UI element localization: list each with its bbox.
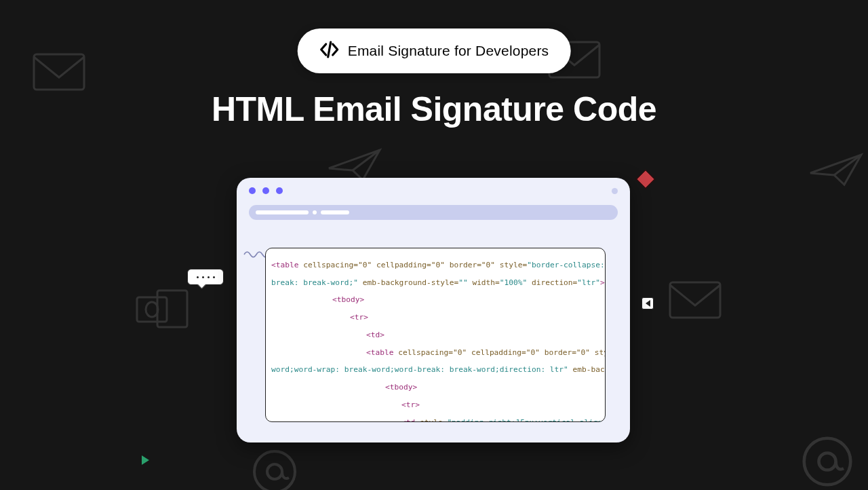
svg-point-5 <box>146 302 158 317</box>
code-line-6: <table cellspacing="0" cellpadding="0" b… <box>271 349 599 358</box>
traffic-dot-3 <box>276 187 283 194</box>
accent-triangle-green <box>142 455 149 465</box>
svg-point-8 <box>804 438 851 485</box>
browser-window: <table cellspacing="0" cellpadding="0" b… <box>237 178 630 442</box>
code-line-2: break: break-word;" emb-background-style… <box>271 279 599 288</box>
header-pill: Email Signature for Developers <box>298 29 571 73</box>
code-line-4: <tr> <box>271 314 599 322</box>
accent-typing-bubble <box>187 269 224 285</box>
address-seg-dot <box>313 210 317 214</box>
code-line-1: <table cellspacing="0" cellpadding="0" b… <box>271 261 599 270</box>
page-headline: HTML Email Signature Code <box>212 90 656 129</box>
code-line-10: <td style="padding-right:15px;vertical-a… <box>271 419 599 422</box>
accent-diamond <box>636 170 655 189</box>
browser-titlebar <box>237 178 630 220</box>
address-seg-1 <box>256 210 309 214</box>
traffic-dot-1 <box>249 187 256 194</box>
svg-point-7 <box>267 464 282 479</box>
svg-rect-0 <box>34 54 84 90</box>
accent-play-badge <box>642 297 654 309</box>
header-pill-text: Email Signature for Developers <box>348 43 549 59</box>
traffic-dot-right <box>612 188 618 194</box>
code-line-7: word;word-wrap: break-word;word-break: b… <box>271 366 599 375</box>
code-line-5: <td> <box>271 331 599 340</box>
traffic-dot-2 <box>262 187 269 194</box>
bg-envelope-1 <box>33 53 85 91</box>
code-panel: <table cellspacing="0" cellpadding="0" b… <box>265 248 606 422</box>
bg-outlook-1 <box>136 285 190 333</box>
svg-rect-2 <box>670 282 720 318</box>
bg-envelope-3 <box>669 281 722 319</box>
code-line-3: <tbody> <box>271 296 599 305</box>
code-line-8: <tbody> <box>271 383 599 392</box>
address-bar <box>249 205 618 220</box>
bg-at-1 <box>251 448 298 490</box>
svg-rect-4 <box>137 297 167 322</box>
svg-point-6 <box>254 451 295 490</box>
address-seg-2 <box>321 210 349 214</box>
bg-at-2 <box>800 434 854 489</box>
code-icon <box>319 39 340 62</box>
traffic-lights <box>249 187 618 194</box>
bg-paperplane-2 <box>807 149 868 190</box>
svg-point-9 <box>818 453 835 470</box>
code-line-9: <tr> <box>271 401 599 410</box>
